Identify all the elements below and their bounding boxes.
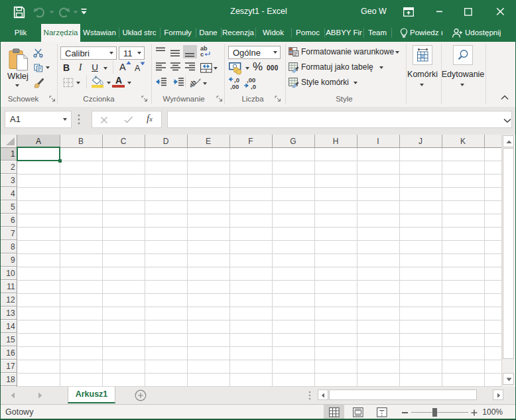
svg-text:c: c bbox=[200, 51, 204, 58]
svg-text:,0: ,0 bbox=[251, 83, 256, 90]
svg-text:,00: ,00 bbox=[230, 83, 239, 90]
